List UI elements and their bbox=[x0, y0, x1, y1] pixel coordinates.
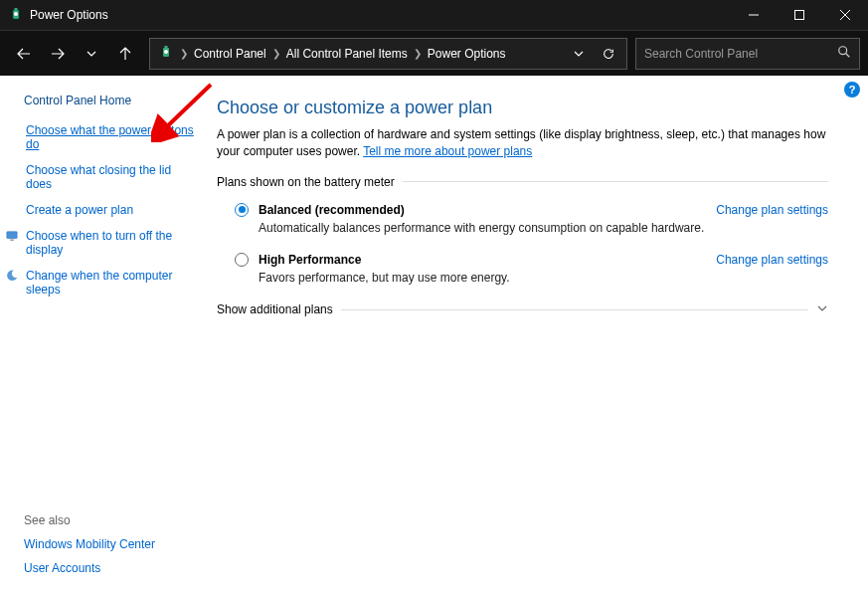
control-panel-home-link[interactable]: Control Panel Home bbox=[24, 94, 199, 107]
titlebar: Power Options bbox=[0, 0, 868, 30]
main-content: Choose or customize a power plan A power… bbox=[209, 76, 868, 597]
search-icon[interactable] bbox=[837, 45, 851, 62]
svg-rect-8 bbox=[165, 46, 168, 48]
recent-dropdown[interactable] bbox=[76, 38, 107, 70]
learn-more-link[interactable]: Tell me more about power plans bbox=[363, 144, 532, 158]
task-label: Choose when to turn off the display bbox=[26, 229, 199, 257]
close-button[interactable] bbox=[822, 0, 868, 30]
toolbar: ❯ Control Panel ❯ All Control Panel Item… bbox=[0, 30, 868, 76]
sidebar: Control Panel Home Choose what the power… bbox=[0, 76, 209, 597]
sidebar-task-power-buttons[interactable]: Choose what the power buttons do bbox=[24, 123, 199, 151]
svg-point-10 bbox=[839, 47, 847, 55]
see-also-mobility[interactable]: Windows Mobility Center bbox=[24, 537, 199, 551]
breadcrumb-item[interactable]: Control Panel bbox=[190, 47, 270, 61]
location-icon bbox=[158, 44, 174, 63]
svg-point-9 bbox=[164, 50, 168, 54]
sidebar-task-lid[interactable]: Choose what closing the lid does bbox=[24, 163, 199, 191]
section-battery-plans: Plans shown on the battery meter bbox=[217, 175, 828, 189]
change-plan-settings-link[interactable]: Change plan settings bbox=[716, 203, 828, 217]
address-dropdown[interactable] bbox=[565, 48, 593, 60]
back-button[interactable] bbox=[8, 38, 40, 70]
svg-point-2 bbox=[14, 12, 18, 16]
up-button[interactable] bbox=[109, 38, 141, 70]
chevron-right-icon[interactable]: ❯ bbox=[412, 48, 424, 59]
display-icon bbox=[4, 229, 20, 243]
breadcrumb-item[interactable]: Power Options bbox=[424, 47, 510, 61]
see-also-accounts[interactable]: User Accounts bbox=[24, 561, 199, 575]
search-input[interactable] bbox=[644, 47, 837, 61]
svg-rect-1 bbox=[15, 8, 18, 10]
plan-radio[interactable] bbox=[235, 203, 249, 217]
app-icon bbox=[8, 6, 24, 25]
search-box[interactable] bbox=[635, 38, 860, 70]
plan-radio[interactable] bbox=[235, 253, 249, 267]
svg-rect-13 bbox=[10, 240, 14, 241]
plan-balanced: Balanced (recommended) Change plan setti… bbox=[235, 203, 828, 235]
plan-high-performance: High Performance Change plan settings Fa… bbox=[235, 253, 828, 285]
forward-button[interactable] bbox=[42, 38, 74, 70]
svg-line-11 bbox=[846, 54, 850, 58]
moon-icon bbox=[4, 269, 20, 283]
maximize-button[interactable] bbox=[777, 0, 822, 30]
sidebar-task-sleep[interactable]: Change when the computer sleeps bbox=[24, 269, 199, 297]
help-icon[interactable]: ? bbox=[844, 82, 860, 98]
plan-description: Automatically balances performance with … bbox=[259, 221, 828, 235]
see-also-header: See also bbox=[24, 513, 199, 527]
plan-name[interactable]: High Performance bbox=[259, 253, 361, 267]
sidebar-task-create-plan[interactable]: Create a power plan bbox=[24, 203, 199, 217]
plan-name[interactable]: Balanced (recommended) bbox=[259, 203, 405, 217]
svg-rect-4 bbox=[795, 11, 804, 20]
chevron-down-icon bbox=[816, 302, 828, 317]
task-label: Create a power plan bbox=[26, 203, 133, 217]
change-plan-settings-link[interactable]: Change plan settings bbox=[716, 253, 828, 267]
minimize-button[interactable] bbox=[731, 0, 777, 30]
chevron-right-icon[interactable]: ❯ bbox=[178, 48, 190, 59]
plan-description: Favors performance, but may use more ene… bbox=[259, 271, 828, 285]
page-description: A power plan is a collection of hardware… bbox=[217, 126, 828, 161]
breadcrumb-item[interactable]: All Control Panel Items bbox=[282, 47, 412, 61]
window-title: Power Options bbox=[30, 8, 731, 22]
section-additional-plans[interactable]: Show additional plans bbox=[217, 302, 828, 317]
task-label: Choose what closing the lid does bbox=[26, 163, 199, 191]
svg-rect-12 bbox=[7, 232, 18, 239]
address-bar[interactable]: ❯ Control Panel ❯ All Control Panel Item… bbox=[149, 38, 627, 70]
sidebar-task-display-off[interactable]: Choose when to turn off the display bbox=[24, 229, 199, 257]
refresh-button[interactable] bbox=[595, 47, 622, 61]
task-label: Change when the computer sleeps bbox=[26, 269, 199, 297]
task-label: Choose what the power buttons do bbox=[26, 123, 199, 151]
chevron-right-icon[interactable]: ❯ bbox=[270, 48, 282, 59]
page-heading: Choose or customize a power plan bbox=[217, 98, 828, 118]
